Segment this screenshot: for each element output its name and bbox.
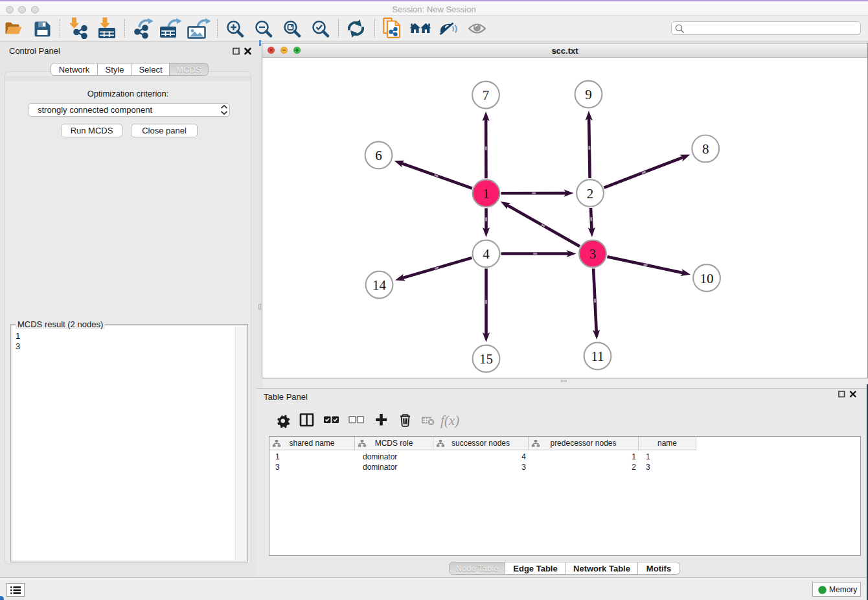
svg-text:11: 11 bbox=[591, 349, 604, 364]
svg-text:3: 3 bbox=[589, 246, 597, 262]
svg-text:f(x): f(x) bbox=[440, 413, 459, 428]
svg-text:9: 9 bbox=[585, 87, 592, 102]
svg-text:7: 7 bbox=[483, 87, 490, 103]
svg-text:15: 15 bbox=[479, 351, 493, 367]
svg-text:4: 4 bbox=[483, 246, 490, 262]
svg-text:8: 8 bbox=[702, 141, 709, 157]
svg-text:14: 14 bbox=[372, 277, 387, 293]
svg-text:6: 6 bbox=[375, 148, 382, 163]
svg-text:10: 10 bbox=[700, 271, 714, 286]
svg-text:2: 2 bbox=[587, 186, 594, 202]
svg-text:1: 1 bbox=[483, 186, 490, 202]
